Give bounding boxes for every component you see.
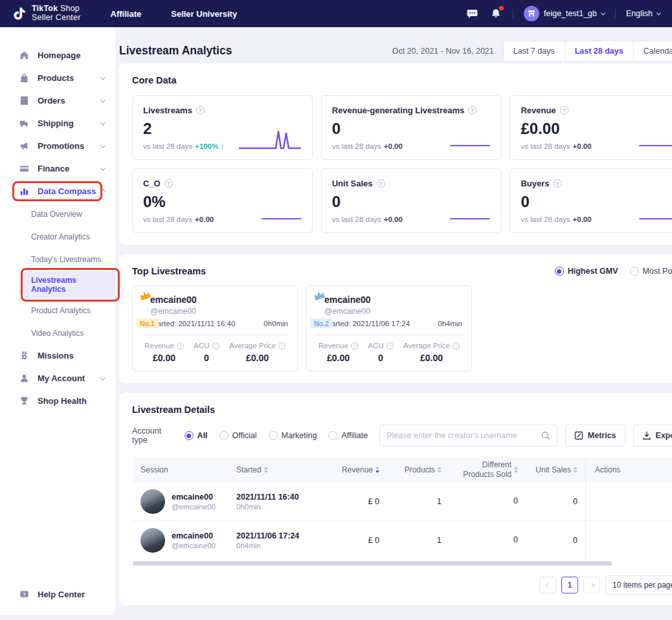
info-icon[interactable]: ? bbox=[177, 342, 184, 349]
sort-icon[interactable] bbox=[514, 467, 518, 473]
bag-icon bbox=[19, 73, 29, 83]
language-selector[interactable]: English bbox=[626, 9, 660, 18]
logo-word-seller-center: Seller Center bbox=[32, 14, 81, 23]
info-icon[interactable]: ? bbox=[468, 106, 476, 115]
revenue-cell: £ 0 bbox=[330, 536, 387, 545]
metric-unit-sales: Unit Sales? 0 vs last 28 days+0.00 bbox=[321, 168, 502, 233]
sidebar-subitem-video-analytics[interactable]: Video Analytics bbox=[0, 322, 115, 344]
column-header-session[interactable]: Session bbox=[133, 465, 236, 474]
sort-icon[interactable] bbox=[438, 467, 442, 473]
sort-icon[interactable] bbox=[574, 467, 577, 473]
sidebar-item-shop-health[interactable]: Shop Health bbox=[0, 390, 115, 412]
sidebar-subitem-todays-livestreams[interactable]: Today's Livestreams bbox=[0, 248, 115, 271]
column-header-unit-sales[interactable]: Unit Sales bbox=[526, 465, 585, 474]
sort-icon[interactable] bbox=[264, 467, 268, 473]
sidebar-subitem-livestreams-analytics[interactable]: Livestreams Analytics bbox=[0, 271, 115, 299]
info-icon[interactable]: ? bbox=[164, 179, 173, 188]
stat-value: £0.00 bbox=[144, 353, 184, 363]
duration: 0h4min bbox=[236, 542, 322, 549]
info-icon[interactable]: ? bbox=[560, 106, 568, 115]
nav-seller-university[interactable]: Seller University bbox=[171, 9, 237, 19]
sidebar-subitem-product-analytics[interactable]: Product Analytics bbox=[0, 299, 115, 322]
delta-value: +0.00 bbox=[384, 142, 403, 150]
calendar-day-button[interactable]: Calendar Day bbox=[633, 41, 672, 61]
info-icon[interactable]: ? bbox=[453, 342, 460, 349]
account-type-marketing-radio[interactable]: Marketing bbox=[269, 431, 317, 440]
sidebar-item-data-compass[interactable]: Data Compass bbox=[0, 180, 115, 203]
message-icon bbox=[467, 9, 478, 19]
next-page-button[interactable] bbox=[583, 577, 600, 593]
table-row[interactable]: emcaine00@emcaine00 2021/11/06 17:240h4m… bbox=[133, 521, 672, 559]
sidebar-item-homepage[interactable]: Homepage bbox=[0, 44, 115, 67]
account-type-official-radio[interactable]: Official bbox=[219, 431, 257, 440]
info-icon[interactable]: ? bbox=[554, 179, 562, 188]
tiktok-shop-logo[interactable]: TikTok Shop Seller Center bbox=[12, 5, 81, 23]
horizontal-scrollbar[interactable] bbox=[133, 561, 612, 566]
table-row[interactable]: emcaine00@emcaine00 2021/11/11 16:400h0m… bbox=[133, 483, 672, 521]
export-button[interactable]: Export bbox=[633, 425, 672, 447]
svg-text:?: ? bbox=[23, 592, 26, 597]
different-products-sold-cell: 0 bbox=[449, 496, 526, 507]
metrics-button[interactable]: Metrics bbox=[565, 425, 625, 447]
page-size-select[interactable]: 10 items per page bbox=[605, 575, 672, 595]
column-header-products[interactable]: Products bbox=[387, 465, 449, 474]
compare-label: vs last 28 days bbox=[521, 216, 570, 223]
compare-label: vs last 28 days bbox=[332, 142, 381, 150]
info-icon[interactable]: ? bbox=[278, 342, 286, 349]
creator-search-input[interactable] bbox=[386, 431, 536, 440]
sidebar-item-help-center[interactable]: ? Help Center bbox=[0, 583, 115, 606]
creator-name: emcaine00 bbox=[172, 531, 216, 540]
column-header-revenue[interactable]: Revenue bbox=[330, 465, 387, 474]
info-icon[interactable]: ? bbox=[377, 179, 385, 188]
current-page-button[interactable]: 1 bbox=[561, 577, 578, 593]
nav-affiliate[interactable]: Affiliate bbox=[111, 9, 142, 19]
column-label: Revenue bbox=[342, 465, 373, 474]
info-icon[interactable]: ? bbox=[351, 342, 358, 349]
delta-value: +100% bbox=[195, 142, 218, 150]
stat-label: ACU bbox=[194, 342, 209, 349]
info-icon[interactable]: ? bbox=[212, 342, 219, 349]
language-label: English bbox=[626, 9, 653, 18]
sort-highest-gmv-radio[interactable]: Highest GMV bbox=[555, 267, 618, 276]
sidebar-item-finance[interactable]: Finance bbox=[0, 157, 115, 180]
chevron-down-icon bbox=[100, 74, 106, 80]
date-range-button-group: Last 7 days Last 28 days Calendar Day bbox=[503, 41, 672, 61]
messages-button[interactable] bbox=[466, 7, 479, 20]
top-livestream-card-1[interactable]: No.1 emcaine00 @emcaine00 Started: 2021/… bbox=[132, 285, 298, 371]
account-type-all-radio[interactable]: All bbox=[185, 431, 208, 440]
creator-name: emcaine00 bbox=[324, 294, 462, 305]
notifications-button[interactable] bbox=[489, 7, 502, 20]
account-type-affiliate-radio[interactable]: Affiliate bbox=[328, 431, 368, 440]
sidebar-item-orders[interactable]: Orders bbox=[0, 89, 115, 112]
started-label: Started: 2021/11/11 16:40 bbox=[150, 320, 235, 327]
info-icon[interactable]: ? bbox=[196, 106, 205, 115]
button-label: Export bbox=[656, 431, 672, 440]
revenue-cell: £ 0 bbox=[330, 497, 387, 506]
info-icon[interactable]: ? bbox=[386, 342, 394, 349]
sort-most-popular-radio[interactable]: Most Popular bbox=[630, 267, 672, 276]
sidebar-item-promotions[interactable]: Promotions bbox=[0, 135, 115, 157]
metric-label: Buyers bbox=[521, 179, 549, 188]
last-28-days-button[interactable]: Last 28 days bbox=[565, 41, 633, 61]
different-products-sold-cell: 0 bbox=[449, 535, 526, 546]
sort-icon-active-desc[interactable] bbox=[375, 467, 379, 473]
sparkline-flat bbox=[639, 145, 672, 146]
top-livestream-card-2[interactable]: No.2 emcaine00 @emcaine00 Started: 2021/… bbox=[306, 285, 472, 371]
prev-page-button[interactable] bbox=[539, 577, 556, 593]
last-7-days-button[interactable]: Last 7 days bbox=[504, 41, 565, 61]
sidebar-item-my-account[interactable]: My Account bbox=[0, 367, 115, 390]
sidebar-subitem-data-overview[interactable]: Data Overview bbox=[0, 203, 115, 225]
tiktok-note-icon bbox=[12, 6, 27, 21]
sidebar-item-label: Missions bbox=[38, 351, 74, 360]
core-data-title: Core Data bbox=[132, 75, 672, 85]
sidebar-item-missions[interactable]: Missions bbox=[0, 344, 115, 367]
subitem-label: Product Analytics bbox=[31, 306, 91, 315]
column-header-started[interactable]: Started bbox=[236, 465, 330, 474]
metric-value: £0.00 bbox=[521, 120, 672, 138]
sidebar-item-products[interactable]: Products bbox=[0, 67, 115, 89]
sidebar-subitem-creator-analytics[interactable]: Creator Analytics bbox=[0, 225, 115, 248]
search-icon[interactable] bbox=[541, 431, 550, 440]
user-menu[interactable]: feige_test1_gb bbox=[524, 6, 605, 21]
column-header-different-products-sold[interactable]: Different Products Sold bbox=[449, 460, 526, 480]
sidebar-item-shipping[interactable]: Shipping bbox=[0, 112, 115, 135]
